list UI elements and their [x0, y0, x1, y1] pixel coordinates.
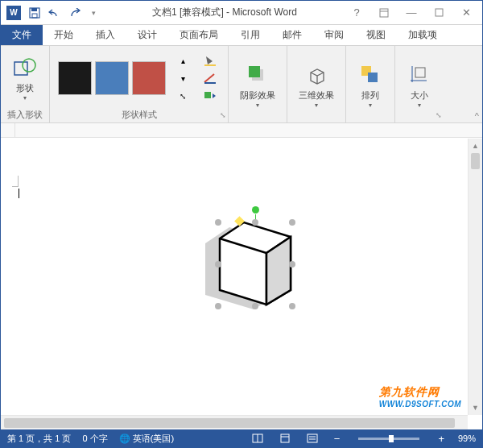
tab-view[interactable]: 视图 [355, 25, 397, 45]
shadow-effects-button[interactable]: 阴影效果 ▾ [235, 58, 280, 113]
zoom-slider-thumb[interactable] [389, 435, 394, 442]
size-label: 大小 [411, 89, 428, 102]
rotation-handle[interactable] [252, 206, 259, 214]
style-swatch-2[interactable] [95, 61, 129, 95]
shape-fill-button[interactable] [200, 52, 221, 68]
tab-review[interactable]: 审阅 [313, 25, 355, 45]
app-icon[interactable]: W [4, 3, 23, 23]
qat-customize[interactable]: ▾ [88, 3, 99, 23]
selection-handle-w[interactable] [215, 261, 221, 268]
group-arrange: 排列 ▾ [346, 46, 395, 122]
collapse-ribbon-button[interactable]: ^ [475, 111, 479, 121]
ruler-corner [1, 123, 15, 137]
document-canvas[interactable]: 第九软件网 WWW.D9SOFT.COM ▲ ▼ [1, 139, 482, 429]
scroll-down-arrow[interactable]: ▼ [469, 400, 482, 415]
ribbon-display-button[interactable] [374, 4, 394, 22]
svg-rect-5 [436, 9, 443, 16]
vertical-scrollbar[interactable]: ▲ ▼ [468, 139, 482, 415]
minimize-button[interactable]: — [402, 4, 421, 22]
svg-rect-6 [14, 62, 27, 75]
style-swatch-1[interactable] [58, 61, 92, 95]
ribbon-tabs: 文件 开始 插入 设计 页面布局 引用 邮件 审阅 视图 加载项 [1, 25, 482, 46]
status-language[interactable]: 🌐 英语(美国) [119, 433, 174, 445]
arrange-icon [357, 62, 383, 88]
shapes-icon [12, 55, 38, 81]
dialog-launcher-styles[interactable]: ⤡ [220, 111, 226, 119]
style-row-up[interactable]: ▴ [172, 52, 193, 68]
redo-button[interactable] [67, 3, 86, 23]
group-shape-styles: ▴ ▾ ⤡ 形状样式 ⤡ [50, 46, 229, 122]
maximize-button[interactable] [429, 4, 448, 22]
svg-rect-14 [368, 73, 378, 82]
horizontal-scrollbar[interactable] [1, 415, 468, 429]
window-title: 文档1 [兼容模式] - Microsoft Word [102, 6, 347, 19]
tab-design[interactable]: 设计 [126, 25, 168, 45]
threed-label: 三维效果 [299, 89, 334, 102]
cube-3d-icon [303, 62, 329, 88]
help-button[interactable]: ? [347, 4, 366, 22]
dialog-launcher-size[interactable]: ⤡ [436, 111, 442, 119]
tab-insert[interactable]: 插入 [85, 25, 126, 45]
size-button[interactable]: 大小 ▾ [402, 58, 437, 113]
tab-addins[interactable]: 加载项 [397, 25, 448, 45]
shapes-gallery-button[interactable]: 形状 ▾ [7, 51, 43, 106]
zoom-in-button[interactable]: + [436, 433, 447, 445]
threed-effects-button[interactable]: 三维效果 ▾ [294, 58, 339, 113]
horizontal-scroll-thumb[interactable] [4, 418, 455, 428]
undo-button[interactable] [46, 3, 65, 23]
arrange-label: 排列 [361, 89, 379, 102]
selection-handle-nw[interactable] [215, 219, 221, 226]
chevron-down-icon: ▾ [23, 94, 27, 102]
svg-rect-25 [308, 434, 317, 442]
tab-home[interactable]: 开始 [43, 25, 85, 45]
status-page[interactable]: 第 1 页，共 1 页 [7, 433, 71, 445]
shadow-label: 阴影效果 [240, 89, 275, 102]
tab-mailings[interactable]: 邮件 [271, 25, 313, 45]
zoom-out-button[interactable]: − [332, 433, 343, 445]
selection-handle-e[interactable] [289, 261, 295, 268]
status-word-count[interactable]: 0 个字 [82, 433, 107, 445]
style-row-down[interactable]: ▾ [172, 70, 193, 86]
scroll-up-arrow[interactable]: ▲ [469, 139, 482, 153]
save-button[interactable] [25, 3, 44, 23]
horizontal-ruler[interactable] [1, 123, 482, 138]
close-button[interactable]: ✕ [456, 4, 476, 22]
chevron-down-icon: ▾ [418, 102, 421, 109]
shadow-icon [245, 62, 270, 88]
svg-rect-10 [204, 92, 211, 98]
selection-handle-n[interactable] [252, 219, 258, 226]
text-cursor [19, 189, 19, 198]
chevron-down-icon: ▾ [256, 102, 259, 109]
selection-handle-se[interactable] [289, 303, 295, 309]
svg-point-7 [23, 59, 35, 72]
selected-cube-shape[interactable] [191, 209, 295, 314]
view-web-layout[interactable] [304, 432, 320, 445]
svg-rect-9 [204, 82, 216, 84]
watermark-title: 第九软件网 [379, 385, 461, 400]
watermark: 第九软件网 WWW.D9SOFT.COM [379, 385, 461, 409]
tab-file[interactable]: 文件 [1, 25, 43, 45]
view-print-layout[interactable] [277, 432, 293, 445]
quick-access-toolbar: W ▾ [1, 3, 102, 23]
selection-handle-ne[interactable] [289, 219, 295, 226]
selection-handle-s[interactable] [252, 303, 258, 309]
tab-layout[interactable]: 页面布局 [168, 25, 229, 45]
group-label-shapes: 插入形状 [7, 107, 43, 121]
zoom-slider[interactable] [358, 438, 419, 440]
arrange-button[interactable]: 排列 ▾ [353, 58, 388, 113]
selection-handle-sw[interactable] [215, 303, 221, 309]
ribbon: 形状 ▾ 插入形状 ▴ ▾ ⤡ 形状样式 ⤡ [1, 46, 482, 123]
tab-references[interactable]: 引用 [229, 25, 271, 45]
style-swatch-3[interactable] [132, 61, 166, 95]
change-shape-button[interactable] [200, 88, 221, 104]
svg-rect-12 [249, 66, 260, 77]
svg-rect-1 [31, 8, 37, 11]
shape-outline-button[interactable] [200, 70, 221, 86]
chevron-down-icon: ▾ [369, 102, 372, 109]
style-more[interactable]: ⤡ [172, 88, 193, 104]
status-language-label: 英语(美国) [133, 433, 174, 443]
view-read-mode[interactable] [250, 432, 266, 445]
zoom-level[interactable]: 99% [458, 433, 476, 443]
window-controls: ? — ✕ [347, 4, 482, 22]
vertical-scroll-thumb[interactable] [471, 153, 480, 169]
